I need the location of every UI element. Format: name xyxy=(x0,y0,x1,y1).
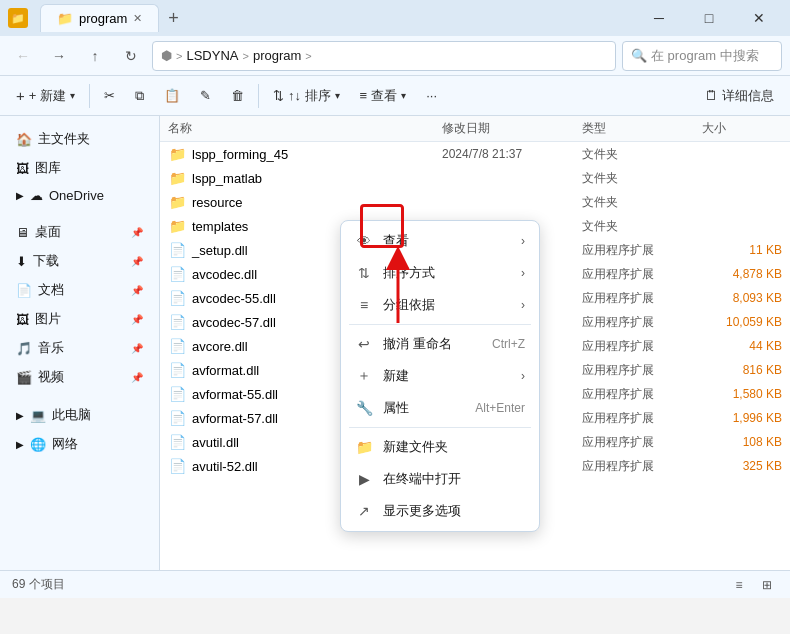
file-row[interactable]: 📁 lspp_matlab 文件夹 xyxy=(160,166,790,190)
ctx-item-properties[interactable]: 🔧 属性 Alt+Enter xyxy=(341,392,539,424)
dll-icon: 📄 xyxy=(168,361,186,379)
sidebar-item-home[interactable]: 🏠 主文件夹 xyxy=(4,125,155,153)
ctx-undo-label: 撤消 重命名 xyxy=(383,335,452,353)
downloads-icon: ⬇ xyxy=(16,254,27,269)
file-name-label: avcore.dll xyxy=(192,339,248,354)
refresh-button[interactable]: ↻ xyxy=(116,41,146,71)
new-icon: + xyxy=(16,87,25,104)
sidebar-item-thispc[interactable]: ▶ 💻 此电脑 xyxy=(4,401,155,429)
sidebar-item-downloads[interactable]: ⬇ 下载 📌 xyxy=(4,247,155,275)
file-type: 应用程序扩展 xyxy=(582,266,702,283)
ctx-item-more[interactable]: ↗ 显示更多选项 xyxy=(341,495,539,527)
more-button[interactable]: ··· xyxy=(418,84,445,107)
ctx-item-terminal[interactable]: ▶ 在终端中打开 xyxy=(341,463,539,495)
sidebar-item-music[interactable]: 🎵 音乐 📌 xyxy=(4,334,155,362)
ctx-item-group[interactable]: ≡ 分组依据 › xyxy=(341,289,539,321)
ctx-props-icon: 🔧 xyxy=(355,400,373,416)
sidebar-item-documents[interactable]: 📄 文档 📌 xyxy=(4,276,155,304)
sidebar-item-onedrive[interactable]: ▶ ☁ OneDrive xyxy=(4,183,155,208)
ctx-new-arrow: › xyxy=(521,369,525,383)
ctx-item-newfolder[interactable]: 📁 新建文件夹 xyxy=(341,431,539,463)
more-icon: ··· xyxy=(426,88,437,103)
paste-button[interactable]: 📋 xyxy=(156,84,188,107)
search-box[interactable]: 🔍 在 program 中搜索 xyxy=(622,41,782,71)
ctx-sort-label: 排序方式 xyxy=(383,264,435,282)
file-name-label: lspp_forming_45 xyxy=(192,147,288,162)
header-date: 修改日期 xyxy=(442,120,582,137)
onedrive-icon: ☁ xyxy=(30,188,43,203)
toolbar-divider1 xyxy=(89,84,90,108)
cut-button[interactable]: ✂ xyxy=(96,84,123,107)
breadcrumb[interactable]: ⬢ > LSDYNA > program > xyxy=(152,41,616,71)
ctx-props-left: 🔧 属性 xyxy=(355,399,409,417)
file-name-label: lspp_matlab xyxy=(192,171,262,186)
delete-button[interactable]: 🗑 xyxy=(223,84,252,107)
sidebar-item-pictures[interactable]: 🖼 图片 📌 xyxy=(4,305,155,333)
view-arrow-icon: ▾ xyxy=(401,90,406,101)
copy-button[interactable]: ⧉ xyxy=(127,84,152,108)
search-placeholder: 在 program 中搜索 xyxy=(651,47,759,65)
ctx-terminal-left: ▶ 在终端中打开 xyxy=(355,470,461,488)
view-controls: ≡ ⊞ xyxy=(728,574,778,596)
new-tab-button[interactable]: + xyxy=(159,4,187,32)
up-button[interactable]: ↑ xyxy=(80,41,110,71)
header-name: 名称 xyxy=(168,120,442,137)
sort-button[interactable]: ⇅ ↑↓ 排序 ▾ xyxy=(265,83,348,109)
file-type: 应用程序扩展 xyxy=(582,386,702,403)
thispc-icon: 💻 xyxy=(30,408,46,423)
file-type: 应用程序扩展 xyxy=(582,458,702,475)
file-name-label: resource xyxy=(192,195,243,210)
maximize-button[interactable]: □ xyxy=(686,0,732,36)
detail-label: 详细信息 xyxy=(722,87,774,105)
sidebar-label-onedrive: OneDrive xyxy=(49,188,104,203)
file-row[interactable]: 📁 resource 文件夹 xyxy=(160,190,790,214)
file-name-cell: 📁 lspp_matlab xyxy=(168,169,442,187)
sidebar-item-gallery[interactable]: 🖼 图库 xyxy=(4,154,155,182)
tab-close-button[interactable]: ✕ xyxy=(133,12,142,25)
sidebar: 🏠 主文件夹 🖼 图库 ▶ ☁ OneDrive 🖥 桌面 📌 ⬇ 下载 📌 📄 xyxy=(0,116,160,570)
grid-view-button[interactable]: ⊞ xyxy=(756,574,778,596)
back-button[interactable]: ← xyxy=(8,41,38,71)
rename-icon: ✎ xyxy=(200,88,211,103)
sidebar-label-pictures: 图片 xyxy=(35,310,61,328)
ctx-props-shortcut: Alt+Enter xyxy=(475,401,525,415)
sidebar-item-network[interactable]: ▶ 🌐 网络 xyxy=(4,430,155,458)
list-view-button[interactable]: ≡ xyxy=(728,574,750,596)
ctx-item-new[interactable]: ＋ 新建 › xyxy=(341,360,539,392)
file-type: 文件夹 xyxy=(582,218,702,235)
ctx-item-sort[interactable]: ⇅ 排序方式 › xyxy=(341,257,539,289)
breadcrumb-expand[interactable]: ⬢ xyxy=(161,48,172,63)
music-icon: 🎵 xyxy=(16,341,32,356)
close-button[interactable]: ✕ xyxy=(736,0,782,36)
breadcrumb-sep3: > xyxy=(305,50,311,62)
file-date: 2024/7/8 21:37 xyxy=(442,147,582,161)
ctx-item-undo[interactable]: ↩ 撤消 重命名 Ctrl+Z xyxy=(341,328,539,360)
breadcrumb-program[interactable]: program xyxy=(253,48,301,63)
rename-button[interactable]: ✎ xyxy=(192,84,219,107)
breadcrumb-lsdyna[interactable]: LSDYNA xyxy=(186,48,238,63)
view-button[interactable]: ≡ 查看 ▾ xyxy=(352,83,415,109)
detail-icon: 🗒 xyxy=(705,88,718,103)
forward-button[interactable]: → xyxy=(44,41,74,71)
sidebar-item-videos[interactable]: 🎬 视频 📌 xyxy=(4,363,155,391)
file-size: 44 KB xyxy=(702,339,782,353)
folder-icon: 📁 xyxy=(168,193,186,211)
sidebar-item-desktop[interactable]: 🖥 桌面 📌 xyxy=(4,218,155,246)
ctx-more-icon: ↗ xyxy=(355,503,373,519)
active-tab[interactable]: 📁 program ✕ xyxy=(40,4,159,32)
minimize-button[interactable]: ─ xyxy=(636,0,682,36)
item-count: 69 个项目 xyxy=(12,576,65,593)
sort-icon: ⇅ xyxy=(273,88,284,103)
file-name-label: avformat-57.dll xyxy=(192,411,278,426)
search-icon: 🔍 xyxy=(631,48,647,63)
ctx-more-label: 显示更多选项 xyxy=(383,502,461,520)
ctx-new-label: 新建 xyxy=(383,367,409,385)
breadcrumb-sep2: > xyxy=(242,50,248,62)
ctx-new-left: ＋ 新建 xyxy=(355,367,409,385)
detail-button[interactable]: 🗒 详细信息 xyxy=(697,83,782,109)
sidebar-label-videos: 视频 xyxy=(38,368,64,386)
new-button[interactable]: + + 新建 ▾ xyxy=(8,83,83,109)
file-row[interactable]: 📁 lspp_forming_45 2024/7/8 21:37 文件夹 xyxy=(160,142,790,166)
folder-icon: 📁 xyxy=(168,145,186,163)
dll-icon: 📄 xyxy=(168,457,186,475)
